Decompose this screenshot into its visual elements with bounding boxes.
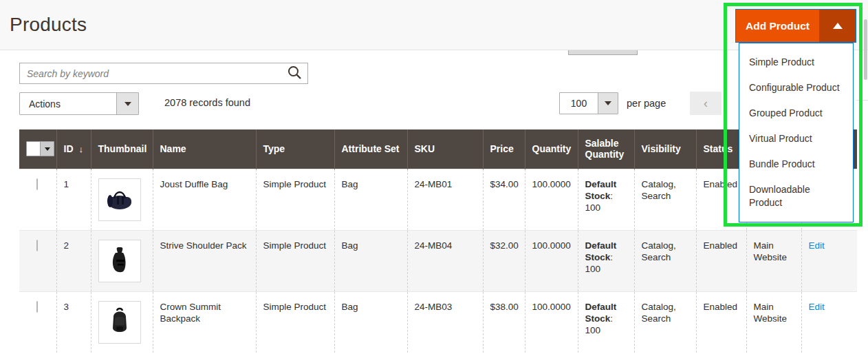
- cell-websites: Main Website: [746, 230, 801, 291]
- duffle-bag-icon: [103, 182, 136, 218]
- per-page-select[interactable]: 100: [559, 92, 618, 114]
- select-all-control[interactable]: [26, 141, 54, 156]
- search-button[interactable]: [281, 63, 307, 83]
- menu-item-grouped-product[interactable]: Grouped Product: [739, 101, 853, 126]
- product-thumbnail: [98, 301, 141, 344]
- cell-name: Strive Shoulder Pack: [153, 230, 256, 291]
- cell-type: Simple Product: [256, 230, 334, 291]
- column-header-id[interactable]: ID↓: [56, 129, 91, 169]
- menu-item-simple-product[interactable]: Simple Product: [739, 50, 853, 75]
- cell-id: 1: [56, 169, 91, 230]
- menu-item-configurable-product[interactable]: Configurable Product: [739, 75, 853, 101]
- cell-id: 2: [56, 230, 91, 291]
- select-all-header: [19, 129, 56, 169]
- cell-price: $34.00: [483, 169, 525, 230]
- chevron-left-icon: ‹: [704, 96, 708, 111]
- page-title: Products: [10, 14, 87, 36]
- column-header-price[interactable]: Price: [483, 129, 525, 169]
- caret-down-icon: [124, 102, 131, 106]
- cell-attribute-set: Bag: [334, 291, 407, 353]
- cell-salable-quantity: Default Stock 100: [578, 291, 634, 353]
- table-row: 2: [19, 230, 857, 291]
- backpack-icon: [103, 304, 136, 340]
- cell-type: Simple Product: [256, 291, 334, 353]
- caret-down-icon: [45, 147, 50, 151]
- edit-link[interactable]: Edit: [809, 302, 825, 312]
- cutoff-button-sliver: [568, 50, 638, 55]
- edit-link[interactable]: Edit: [809, 240, 825, 251]
- actions-dropdown-toggle[interactable]: [116, 93, 138, 114]
- cell-visibility: Catalog, Search: [634, 169, 696, 230]
- cell-price: $32.00: [483, 230, 525, 291]
- add-product-menu: Simple Product Configurable Product Grou…: [739, 43, 854, 222]
- product-thumbnail: [98, 240, 141, 282]
- cell-id: 3: [56, 291, 91, 353]
- cell-sku: 24-MB03: [407, 291, 483, 353]
- column-header-type[interactable]: Type: [256, 129, 334, 169]
- shoulder-pack-icon: [103, 243, 136, 279]
- cell-attribute-set: Bag: [334, 169, 407, 230]
- actions-select[interactable]: Actions: [19, 92, 139, 115]
- sort-descending-icon: ↓: [79, 144, 84, 154]
- edge-divider: [856, 100, 868, 101]
- cell-type: Simple Product: [256, 169, 334, 230]
- row-checkbox[interactable]: [36, 301, 38, 313]
- menu-item-bundle-product[interactable]: Bundle Product: [739, 152, 853, 177]
- add-product-label[interactable]: Add Product: [736, 10, 819, 42]
- cell-salable-quantity: Default Stock 100: [578, 230, 634, 291]
- cell-sku: 24-MB01: [407, 169, 483, 230]
- cell-salable-quantity: Default Stock 100: [578, 169, 634, 230]
- cell-quantity: 100.0000: [525, 169, 578, 230]
- cell-attribute-set: Bag: [334, 230, 407, 291]
- column-header-visibility[interactable]: Visibility: [634, 129, 696, 169]
- cell-name: Joust Duffle Bag: [153, 169, 256, 230]
- column-header-salable-quantity[interactable]: Salable Quantity: [578, 129, 634, 169]
- cell-name: Crown Summit Backpack: [153, 291, 256, 353]
- previous-page-button[interactable]: ‹: [690, 92, 721, 115]
- column-header-sku[interactable]: SKU: [407, 129, 483, 169]
- product-thumbnail: [98, 178, 141, 221]
- products-grid: ID↓ Thumbnail Name Type Attribute Set SK…: [19, 129, 857, 353]
- column-header-thumbnail[interactable]: Thumbnail: [91, 129, 153, 169]
- search-icon: [287, 65, 302, 82]
- cell-quantity: 100.0000: [525, 291, 578, 353]
- per-page-dropdown-toggle[interactable]: [598, 93, 618, 114]
- cell-price: $38.00: [483, 291, 525, 353]
- column-header-quantity[interactable]: Quantity: [525, 129, 578, 169]
- caret-up-icon: [833, 23, 843, 29]
- column-header-attribute-set[interactable]: Attribute Set: [334, 129, 407, 169]
- grid-header-row: ID↓ Thumbnail Name Type Attribute Set SK…: [19, 129, 857, 169]
- search-input[interactable]: [20, 68, 281, 79]
- cell-visibility: Catalog, Search: [634, 291, 696, 353]
- cell-websites: Main Website: [746, 291, 801, 353]
- cell-quantity: 100.0000: [525, 230, 578, 291]
- cell-status: Enabled: [696, 291, 746, 353]
- select-all-dropdown-toggle[interactable]: [40, 142, 54, 156]
- keyword-search-box: [19, 63, 308, 84]
- actions-select-value: Actions: [20, 93, 116, 114]
- table-row: 1: [19, 169, 857, 230]
- cell-sku: 24-MB04: [407, 230, 483, 291]
- row-checkbox[interactable]: [36, 240, 38, 251]
- records-found-text: 2078 records found: [164, 97, 250, 108]
- cell-status: Enabled: [696, 230, 746, 291]
- column-header-name[interactable]: Name: [153, 129, 256, 169]
- caret-down-icon: [605, 101, 611, 105]
- products-grid-page: Products Actions 2078 records found 100 …: [0, 0, 868, 354]
- select-all-checkbox[interactable]: [27, 142, 40, 156]
- cell-visibility: Catalog, Search: [634, 230, 696, 291]
- menu-item-virtual-product[interactable]: Virtual Product: [739, 126, 853, 152]
- add-product-button[interactable]: Add Product: [735, 9, 856, 43]
- per-page-value: 100: [560, 93, 598, 114]
- row-checkbox[interactable]: [36, 178, 38, 190]
- menu-item-downloadable-product[interactable]: Downloadable Product: [739, 177, 853, 216]
- per-page-label: per page: [627, 98, 666, 109]
- table-row: 3: [19, 291, 857, 353]
- vertical-scrollbar[interactable]: [864, 19, 867, 80]
- add-product-dropdown-toggle[interactable]: [819, 10, 856, 42]
